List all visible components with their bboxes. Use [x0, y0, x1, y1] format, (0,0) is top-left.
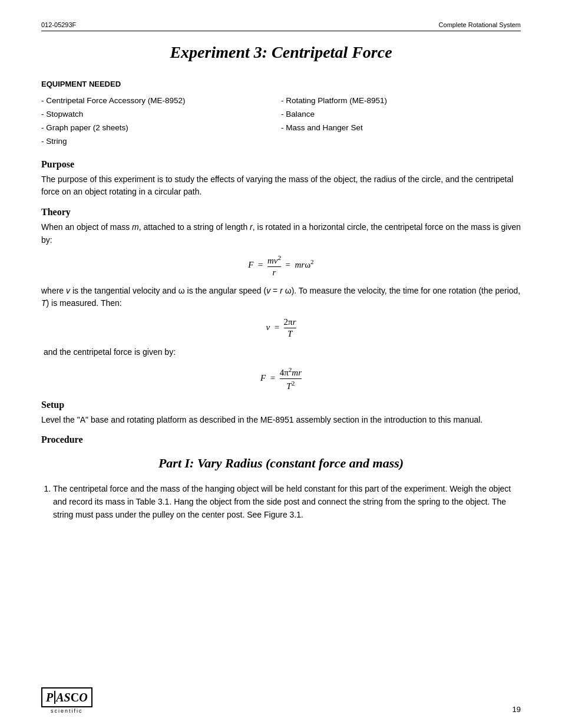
pasco-logo: PASCO scientific [41, 687, 92, 714]
equip-item-1: - Centripetal Force Accessory (ME-8952) [41, 94, 281, 108]
footer: PASCO scientific 19 [41, 687, 521, 714]
theory-end: and the centripetal force is given by: [41, 346, 521, 359]
main-title: Experiment 3: Centripetal Force [41, 43, 521, 62]
purpose-body: The purpose of this experiment is to stu… [41, 173, 521, 199]
procedure-item-1: The centripetal force and the mass of th… [53, 483, 521, 521]
equip-item-6: - Balance [281, 108, 521, 121]
header-left: 012-05293F [41, 21, 76, 28]
procedure-heading: Procedure [41, 434, 521, 445]
part1-title: Part I: Vary Radius (constant force and … [41, 456, 521, 471]
equip-item-2: - Stopwatch [41, 108, 281, 121]
setup-body: Level the "A" base and rotating platform… [41, 414, 521, 427]
setup-section: Setup Level the "A" base and rotating pl… [41, 400, 521, 427]
logo-sub: scientific [41, 708, 92, 714]
header-right: Complete Rotational System [439, 21, 521, 28]
equip-item-7: - Mass and Hanger Set [281, 121, 521, 135]
purpose-heading: Purpose [41, 159, 521, 170]
page-number: 19 [513, 705, 521, 714]
theory-intro: When an object of mass m, attached to a … [41, 221, 521, 246]
equip-item-4: - String [41, 135, 281, 149]
procedure-section: Procedure [41, 434, 521, 445]
purpose-section: Purpose The purpose of this experiment i… [41, 159, 521, 199]
equipment-col-2: - Rotating Platform (ME-8951) - Balance … [281, 94, 521, 149]
equipment-col-1: - Centripetal Force Accessory (ME-8952) … [41, 94, 281, 149]
equipment-columns: - Centripetal Force Accessory (ME-8952) … [41, 94, 521, 149]
setup-heading: Setup [41, 400, 521, 410]
formula-2: v = 2πr T [41, 317, 521, 339]
logo-text: PASCO [41, 687, 92, 707]
page: 012-05293F Complete Rotational System Ex… [0, 0, 562, 728]
theory-heading: Theory [41, 207, 521, 218]
theory-mid: where v is the tangential velocity and ω… [41, 285, 521, 310]
formula-1: F = mv2 r = mrω2 [41, 254, 521, 278]
equipment-section: EQUIPMENT NEEDED - Centripetal Force Acc… [41, 80, 521, 149]
formula-3: F = 4π2mr T2 [41, 366, 521, 391]
equipment-heading: EQUIPMENT NEEDED [41, 80, 521, 88]
equip-item-5: - Rotating Platform (ME-8951) [281, 94, 521, 108]
equip-item-3: - Graph paper (2 sheets) [41, 121, 281, 135]
procedure-list: The centripetal force and the mass of th… [53, 483, 521, 521]
header-bar: 012-05293F Complete Rotational System [41, 21, 521, 31]
theory-section: Theory When an object of mass m, attache… [41, 207, 521, 391]
